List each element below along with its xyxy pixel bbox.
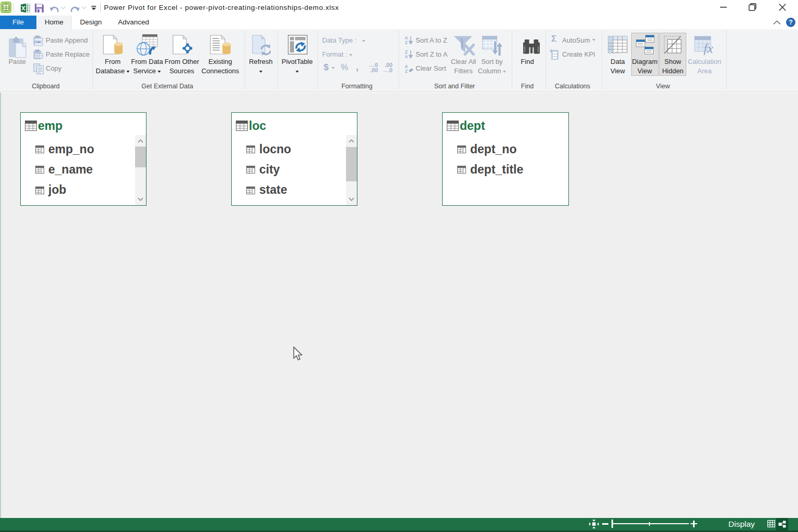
svg-text:Z: Z [405, 40, 407, 45]
svg-text:Z: Z [405, 69, 407, 73]
svg-text:A: A [405, 54, 408, 59]
svg-text:fx: fx [703, 41, 713, 55]
